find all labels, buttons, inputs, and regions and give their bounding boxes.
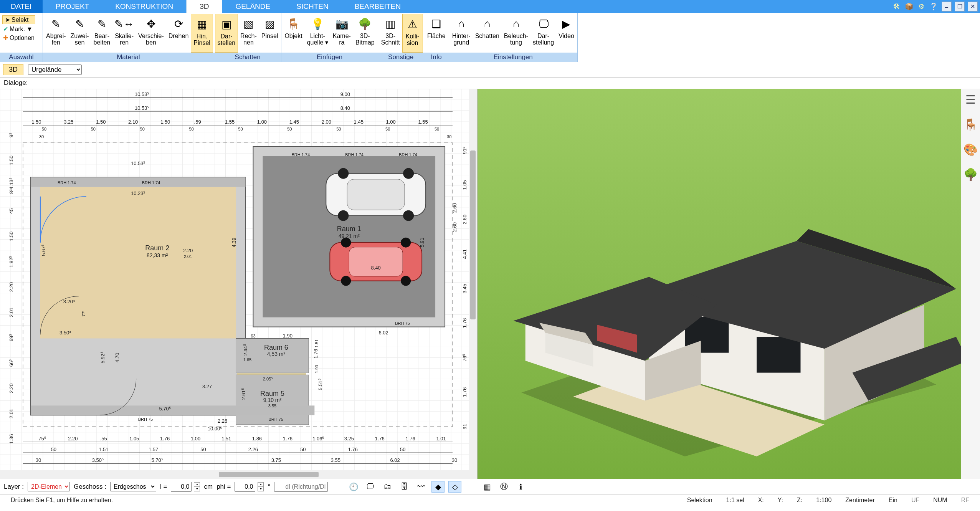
- clock-icon[interactable]: 🕘: [347, 481, 360, 493]
- ribbon-3d-bitmap[interactable]: 🌳 3D-Bitmap: [353, 14, 377, 53]
- diamond2-icon[interactable]: ◇: [448, 481, 461, 493]
- tab-konstruktion[interactable]: KONSTRUKTION: [102, 0, 186, 13]
- svg-text:4,53 m²: 4,53 m²: [267, 351, 286, 357]
- svg-text:75⁵: 75⁵: [38, 436, 46, 442]
- svg-text:5.51⁵: 5.51⁵: [317, 379, 323, 390]
- svg-point-128: [403, 168, 414, 179]
- box-icon[interactable]: 📦: [904, 2, 914, 12]
- ribbon-bearbeiten[interactable]: ✎ Bear-beiten: [91, 14, 113, 53]
- scrollbar-vertical[interactable]: [469, 89, 477, 470]
- maximize-button[interactable]: ❐: [955, 2, 965, 12]
- gear-icon[interactable]: ⚙: [916, 2, 926, 12]
- tab-gelaende[interactable]: GELÄNDE: [222, 0, 283, 13]
- svg-text:30: 30: [39, 134, 44, 139]
- view-mode-3d[interactable]: 3D: [3, 64, 23, 75]
- svg-text:3.55: 3.55: [268, 404, 276, 408]
- tab-bearbeiten[interactable]: BEARBEITEN: [342, 0, 414, 13]
- ribbon-lichtquelle[interactable]: 💡 Licht-quelle ▾: [305, 14, 331, 53]
- layers-icon[interactable]: ☰: [965, 93, 976, 106]
- ribbon-darstellen[interactable]: ▣ Dar-stellen: [215, 14, 238, 53]
- ribbon-kollision[interactable]: ⚠ Kolli-sion: [402, 14, 423, 53]
- optionen-button[interactable]: ✚Optionen: [2, 34, 35, 42]
- ribbon-rechnen[interactable]: ▧ Rech-nen: [238, 14, 259, 53]
- minimize-button[interactable]: –: [942, 2, 952, 12]
- l-spinner[interactable]: ▲▼: [194, 482, 200, 491]
- layers2-icon[interactable]: 🗂: [381, 481, 394, 493]
- dl-input[interactable]: [274, 482, 328, 492]
- svg-text:9.00: 9.00: [340, 91, 350, 97]
- svg-text:10.53⁵: 10.53⁵: [131, 160, 145, 166]
- geschoss-select[interactable]: Erdgeschos: [110, 482, 156, 491]
- svg-text:5.92⁵: 5.92⁵: [100, 352, 106, 363]
- tab-projekt[interactable]: PROJEKT: [43, 0, 102, 13]
- ribbon: ➤Selekt ✔Mark. ▼ ✚Optionen Auswahl ✎ Abg…: [0, 13, 980, 62]
- 3d-bitmap-icon: 🌳: [357, 16, 373, 31]
- ribbon-darstellung[interactable]: 🖵 Dar-stellung: [530, 14, 556, 53]
- ribbon-3d-schnitt[interactable]: ▥ 3D-Schnitt: [379, 14, 402, 53]
- ribbon-abgreifen[interactable]: ✎ Abgrei-fen: [44, 14, 68, 53]
- svg-text:BRH 1.74: BRH 1.74: [291, 152, 310, 157]
- tree-icon[interactable]: 🌳: [963, 168, 978, 181]
- l-input[interactable]: [171, 482, 192, 492]
- svg-text:BRH 1.74: BRH 1.74: [142, 180, 160, 185]
- blue-diamond-icon[interactable]: ◆: [431, 481, 445, 493]
- svg-text:1.76: 1.76: [283, 436, 293, 442]
- ribbon-flaeche[interactable]: ❏ Fläche: [425, 14, 448, 53]
- svg-text:2.01: 2.01: [8, 409, 14, 418]
- svg-text:1.05: 1.05: [462, 180, 468, 190]
- measure-icon[interactable]: 〰: [415, 481, 428, 493]
- car-white: [326, 168, 426, 221]
- tab-3d[interactable]: 3D: [186, 0, 222, 13]
- phi-input[interactable]: [235, 482, 255, 492]
- svg-text:50: 50: [336, 127, 341, 131]
- north-icon[interactable]: Ⓝ: [497, 481, 511, 493]
- info-icon[interactable]: ℹ: [514, 481, 527, 493]
- bottom-toolbar: Layer : 2D-Elemen Geschoss : Erdgeschos …: [0, 479, 980, 494]
- svg-text:30: 30: [452, 457, 457, 463]
- svg-text:5.70⁵: 5.70⁵: [152, 457, 163, 463]
- tab-datei[interactable]: DATEI: [0, 0, 43, 13]
- svg-text:1.00: 1.00: [257, 119, 267, 125]
- svg-text:50: 50: [435, 127, 439, 131]
- svg-point-125: [338, 210, 349, 221]
- furniture-icon[interactable]: 🪑: [963, 118, 978, 131]
- ribbon-objekt[interactable]: 🪑 Objekt: [282, 14, 304, 53]
- dialoge-bar: Dialoge:: [0, 78, 980, 89]
- selekt-button[interactable]: ➤Selekt: [2, 15, 35, 24]
- svg-text:10.53⁵: 10.53⁵: [135, 91, 149, 97]
- help-icon[interactable]: ❔: [929, 2, 939, 12]
- pane-3d-view[interactable]: ☰ 🪑 🎨 🌳: [478, 89, 980, 479]
- ribbon-hin-pinsel[interactable]: ▦ Hin.Pinsel: [191, 14, 213, 53]
- ribbon-pinsel[interactable]: ▨ Pinsel: [259, 14, 281, 53]
- ribbon-drehen[interactable]: ⟳ Drehen: [166, 14, 191, 53]
- ribbon-beleuchtung[interactable]: ⌂ Beleuch-tung: [502, 14, 530, 53]
- svg-text:1.36: 1.36: [8, 434, 14, 444]
- svg-text:91³: 91³: [462, 147, 468, 154]
- drehen-icon: ⟳: [171, 16, 186, 31]
- ribbon-video[interactable]: ▶ Video: [556, 14, 577, 53]
- phi-spinner[interactable]: ▲▼: [258, 482, 264, 491]
- terrain-select[interactable]: Urgelände: [28, 64, 82, 75]
- close-button[interactable]: ✕: [968, 2, 978, 12]
- svg-text:3.50⁵: 3.50⁵: [92, 457, 104, 463]
- ribbon-skalieren[interactable]: ✎↔ Skalie-ren: [112, 14, 136, 53]
- monitor-icon[interactable]: 🖵: [364, 481, 377, 493]
- palette-icon[interactable]: 🎨: [963, 143, 978, 156]
- ribbon-kamera[interactable]: 📷 Kame-ra: [331, 14, 353, 53]
- pane-2d-floorplan[interactable]: 10.53⁵ 9.00 10.53⁵ 8.40 1.503.251.502.10…: [0, 89, 478, 479]
- svg-text:50: 50: [91, 127, 96, 131]
- tools-icon[interactable]: 🛠: [892, 2, 902, 12]
- ribbon-verschieben[interactable]: ✥ Verschie-ben: [136, 14, 166, 53]
- layer-select[interactable]: 2D-Elemen: [28, 482, 70, 491]
- svg-text:4.70: 4.70: [114, 353, 120, 362]
- ribbon-schatten2[interactable]: ⌂ Schatten: [473, 14, 502, 53]
- ribbon-zuweisen[interactable]: ✎ Zuwei-sen: [68, 14, 91, 53]
- scrollbar-horizontal[interactable]: [0, 470, 477, 479]
- mark-dropdown[interactable]: ✔Mark. ▼: [2, 25, 35, 33]
- svg-text:1.76: 1.76: [160, 436, 170, 442]
- ribbon-label: Hin.Pinsel: [193, 33, 210, 46]
- ribbon-hintergrund[interactable]: ⌂ Hinter-grund: [450, 14, 473, 53]
- grid-icon[interactable]: ▦: [481, 481, 494, 493]
- stack-icon[interactable]: 🗄: [398, 481, 411, 493]
- tab-sichten[interactable]: SICHTEN: [283, 0, 341, 13]
